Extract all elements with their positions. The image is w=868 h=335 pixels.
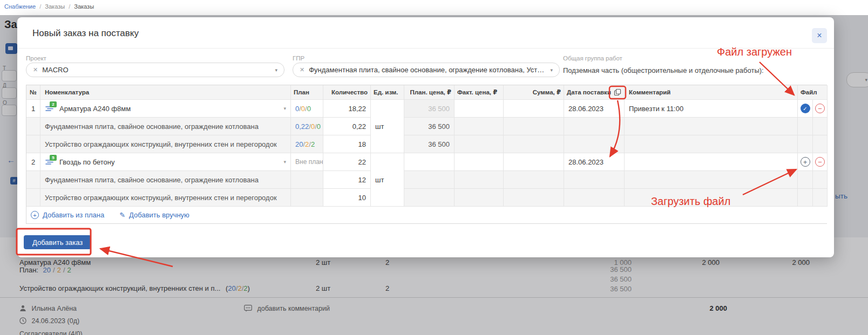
subrow-num <box>26 135 40 153</box>
add-from-plan-link[interactable]: + Добавить из плана <box>31 211 104 219</box>
empty-cell <box>564 189 625 207</box>
header-comment: Комментарий <box>625 85 798 100</box>
empty-cell <box>564 118 625 135</box>
nomenclature-select[interactable]: 5 Гвоздь по бетону ▾ <box>40 153 291 171</box>
unit-cell: шт <box>371 100 404 153</box>
work-group-value: Подземная часть (общестроительные и отде… <box>563 66 764 74</box>
subrow-work-name: Фундаментная плита, свайное основание, о… <box>40 118 291 135</box>
upload-file-icon[interactable]: + <box>801 157 810 167</box>
empty-cell <box>564 135 625 153</box>
comment-input[interactable] <box>625 153 798 171</box>
plan-price-cell: 36 500 <box>404 100 455 118</box>
unit-cell: шт <box>371 153 404 207</box>
subrow-num <box>26 189 40 207</box>
plan-count-badge: 2 <box>50 101 57 107</box>
empty-cell <box>813 118 828 135</box>
empty-cell <box>564 171 625 189</box>
header-date: Дата поставки <box>564 85 625 100</box>
chevron-down-icon: ▾ <box>283 106 286 111</box>
header-nomenclature: Номенклатура <box>40 85 291 100</box>
nomenclature-select[interactable]: 2 Арматура А240 ф8мм ▾ <box>40 100 291 118</box>
breadcrumb-supply[interactable]: Снабжение <box>4 3 36 10</box>
remove-row-icon[interactable]: − <box>815 104 825 113</box>
chevron-down-icon: ▾ <box>275 67 277 73</box>
plan-cell: Вне плана <box>291 153 323 171</box>
header-qty: Количество <box>323 85 371 100</box>
row-num: 1 <box>26 100 40 118</box>
file-uploaded-icon[interactable]: ✓ <box>801 104 810 113</box>
fact-price-input[interactable] <box>455 100 504 118</box>
date-input[interactable]: 28.06.2023 <box>564 153 625 171</box>
empty-cell <box>798 189 813 207</box>
table-actions-row: + Добавить из плана ✎ Добавить вручную <box>26 207 828 223</box>
nomenclature-icon: 2 <box>45 104 54 113</box>
header-unit: Ед. изм. <box>371 85 404 100</box>
close-button[interactable]: × <box>812 28 827 43</box>
header-num: № <box>26 85 40 100</box>
file-cell[interactable]: + <box>798 153 813 171</box>
header-plan-price: План. цена, ₽ <box>404 85 455 100</box>
qty-input[interactable]: 12 <box>323 171 371 189</box>
empty-cell <box>404 171 455 189</box>
modal-title: Новый заказ на поставку <box>32 28 139 39</box>
divider <box>17 48 834 49</box>
empty-cell <box>625 189 798 207</box>
comment-input[interactable]: Привезти к 11:00 <box>625 100 798 118</box>
project-select[interactable]: ✕ MACRO ▾ <box>26 63 284 77</box>
empty-cell <box>455 135 504 153</box>
date-input[interactable]: 28.06.2023 <box>564 100 625 118</box>
qty-input[interactable]: 22 <box>323 153 371 171</box>
plan-price-cell <box>404 153 455 171</box>
gpr-select[interactable]: ✕ Фундаментная плита, свайное основание,… <box>293 63 560 77</box>
project-value: MACRO <box>42 66 270 74</box>
row-num: 2 <box>26 153 40 171</box>
subrow-num <box>26 118 40 135</box>
add-order-button[interactable]: Добавить заказ <box>24 235 91 249</box>
plan-price-cell: 36 500 <box>404 135 455 153</box>
add-manual-link[interactable]: ✎ Добавить вручную <box>119 211 189 219</box>
plan-count-badge: 5 <box>50 155 57 161</box>
empty-cell <box>813 171 828 189</box>
nomenclature-icon: 5 <box>45 158 54 167</box>
remove-row-icon[interactable]: − <box>815 157 825 167</box>
plan-price-cell: 36 500 <box>404 118 455 135</box>
empty-cell <box>813 135 828 153</box>
empty-cell <box>798 118 813 135</box>
empty-cell <box>455 189 504 207</box>
header-file: Файл <box>798 85 828 100</box>
subrow-work-name: Устройство ограждающих конструкций, внут… <box>40 189 291 207</box>
plan-cell: 0,22/0/0 <box>291 118 323 135</box>
empty-cell <box>813 189 828 207</box>
file-cell[interactable]: ✓ <box>798 100 813 118</box>
empty-cell <box>455 118 504 135</box>
header-sum: Сумма, ₽ <box>504 85 564 100</box>
fact-price-input[interactable] <box>455 153 504 171</box>
pencil-icon: ✎ <box>119 211 125 219</box>
chevron-down-icon: ▾ <box>283 159 286 165</box>
qty-input[interactable]: 0,22 <box>323 118 371 135</box>
plus-circle-icon: + <box>31 211 39 219</box>
qty-input[interactable]: 18 <box>323 135 371 153</box>
empty-cell <box>625 135 798 153</box>
subrow-work-name: Устройство ограждающих конструкций, внут… <box>40 135 291 153</box>
gpr-label: ГПР <box>293 55 304 61</box>
remove-row-cell[interactable]: − <box>813 153 828 171</box>
qty-input[interactable]: 10 <box>323 189 371 207</box>
plan-cell: 20/2/2 <box>291 135 323 153</box>
breadcrumb-orders[interactable]: Заказы <box>45 3 65 10</box>
project-label: Проект <box>26 55 46 61</box>
copy-date-icon[interactable] <box>614 88 621 96</box>
gpr-value: Фундаментная плита, свайное основание, о… <box>309 66 546 74</box>
sum-cell <box>504 153 564 171</box>
empty-cell <box>798 135 813 153</box>
breadcrumb: Снабжение / Заказы / Заказы <box>4 3 94 10</box>
clear-icon[interactable]: ✕ <box>300 66 304 73</box>
close-icon: × <box>817 31 822 40</box>
remove-row-cell[interactable]: − <box>813 100 828 118</box>
qty-input[interactable]: 18,22 <box>323 100 371 118</box>
top-bar: Снабжение / Заказы / Заказы <box>0 0 868 15</box>
header-plan: План <box>291 85 323 100</box>
breadcrumb-separator: / <box>69 3 70 10</box>
nomenclature-name: Арматура А240 ф8мм <box>59 105 278 113</box>
clear-icon[interactable]: ✕ <box>33 66 38 73</box>
